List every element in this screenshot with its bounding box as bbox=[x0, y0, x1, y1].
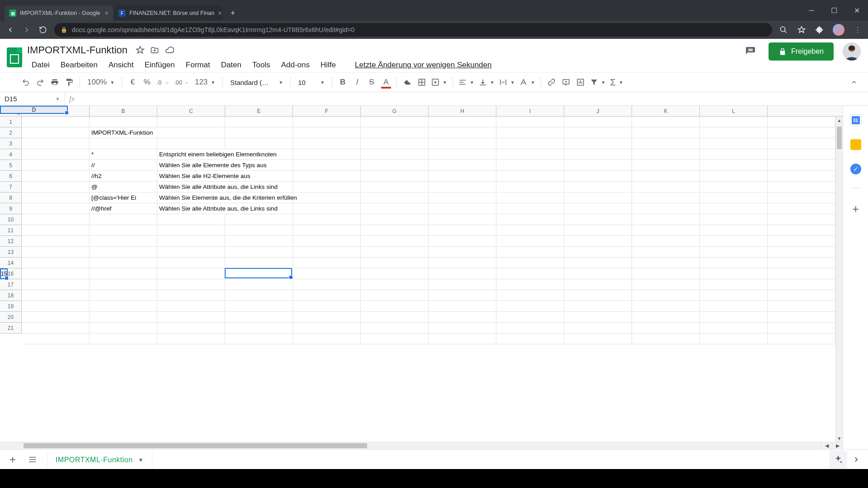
column-header-D[interactable]: D bbox=[0, 106, 68, 114]
cell-E1[interactable] bbox=[293, 117, 361, 127]
chevron-down-icon[interactable]: ▼ bbox=[138, 457, 144, 463]
close-window-button[interactable]: ✕ bbox=[845, 0, 868, 21]
maximize-button[interactable]: ☐ bbox=[823, 0, 845, 21]
document-title[interactable]: IMPORTXML-Funktion bbox=[27, 44, 127, 56]
cell-K10[interactable] bbox=[700, 214, 768, 225]
cell-B9[interactable]: //@href bbox=[90, 203, 157, 214]
cell-C5[interactable]: Wählen Sie alle Elemente des Typs aus bbox=[157, 160, 225, 171]
cell-F3[interactable] bbox=[361, 138, 429, 149]
cell-B8[interactable]: [@class='Hier Ei bbox=[90, 192, 157, 203]
cell-G18[interactable] bbox=[429, 301, 496, 312]
scroll-right-icon[interactable]: ▶ bbox=[832, 442, 843, 449]
paint-format-button[interactable] bbox=[62, 75, 76, 89]
cell-G15[interactable] bbox=[429, 268, 496, 279]
column-header-F[interactable]: F bbox=[293, 106, 361, 116]
cell-A17[interactable] bbox=[22, 290, 90, 301]
cell-L14[interactable] bbox=[768, 258, 835, 268]
cell-F7[interactable] bbox=[361, 182, 429, 192]
cell-K21[interactable] bbox=[700, 333, 768, 344]
text-color-button[interactable]: A bbox=[379, 75, 393, 89]
cell-J14[interactable] bbox=[632, 258, 700, 268]
insert-comment-button[interactable] bbox=[559, 75, 573, 89]
font-select[interactable]: Standard (…▼ bbox=[226, 75, 287, 89]
cell-J20[interactable] bbox=[632, 323, 700, 333]
cell-I2[interactable] bbox=[564, 127, 632, 138]
cell-I11[interactable] bbox=[564, 225, 632, 236]
cell-A12[interactable] bbox=[22, 236, 90, 247]
cell-G14[interactable] bbox=[429, 258, 496, 268]
cell-C12[interactable] bbox=[157, 236, 225, 247]
cell-A5[interactable] bbox=[22, 160, 90, 171]
cell-E20[interactable] bbox=[293, 323, 361, 333]
cell-B15[interactable] bbox=[90, 268, 157, 279]
cell-I8[interactable] bbox=[564, 192, 632, 203]
cell-J6[interactable] bbox=[632, 171, 700, 182]
cell-H14[interactable] bbox=[496, 258, 564, 268]
horizontal-align-button[interactable]: ▼ bbox=[457, 75, 476, 89]
cell-A10[interactable] bbox=[22, 214, 90, 225]
cell-K3[interactable] bbox=[700, 138, 768, 149]
cell-E10[interactable] bbox=[293, 214, 361, 225]
cell-G7[interactable] bbox=[429, 182, 496, 192]
cell-K19[interactable] bbox=[700, 312, 768, 323]
cell-J1[interactable] bbox=[632, 117, 700, 127]
cell-J15[interactable] bbox=[632, 268, 700, 279]
cell-H13[interactable] bbox=[496, 247, 564, 258]
tasks-addon-icon[interactable]: ✓ bbox=[850, 164, 861, 174]
cell-J2[interactable] bbox=[632, 127, 700, 138]
cell-I12[interactable] bbox=[564, 236, 632, 247]
cell-K15[interactable] bbox=[700, 268, 768, 279]
cell-D16[interactable] bbox=[225, 279, 293, 290]
reload-button[interactable] bbox=[38, 26, 48, 34]
menu-bearbeiten[interactable]: Bearbeiten bbox=[56, 59, 102, 71]
cell-J10[interactable] bbox=[632, 214, 700, 225]
cell-L2[interactable] bbox=[768, 127, 835, 138]
cell-L10[interactable] bbox=[768, 214, 835, 225]
move-icon[interactable] bbox=[150, 46, 159, 55]
row-header-15[interactable]: 15 bbox=[0, 268, 8, 279]
cell-D11[interactable] bbox=[225, 225, 293, 236]
cell-C19[interactable] bbox=[157, 312, 225, 323]
cell-E2[interactable] bbox=[293, 127, 361, 138]
cell-H17[interactable] bbox=[496, 290, 564, 301]
zoom-icon[interactable] bbox=[778, 26, 788, 34]
cell-D1[interactable] bbox=[225, 117, 293, 127]
last-edit-link[interactable]: Letzte Änderung vor wenigen Sekunden bbox=[350, 59, 496, 71]
cell-F18[interactable] bbox=[361, 301, 429, 312]
column-header-I[interactable]: I bbox=[496, 106, 564, 116]
column-header-G[interactable]: G bbox=[361, 106, 429, 116]
share-button[interactable]: Freigeben bbox=[769, 42, 834, 61]
cell-E3[interactable] bbox=[293, 138, 361, 149]
cell-I20[interactable] bbox=[564, 323, 632, 333]
close-icon[interactable]: × bbox=[105, 9, 108, 17]
cell-B10[interactable] bbox=[90, 214, 157, 225]
cell-I4[interactable] bbox=[564, 149, 632, 160]
cell-C9[interactable]: Wählen Sie alle Attribute aus, die Links… bbox=[157, 203, 225, 214]
cell-I1[interactable] bbox=[564, 117, 632, 127]
row-header-9[interactable]: 9 bbox=[0, 203, 22, 214]
row-header-13[interactable]: 13 bbox=[0, 247, 22, 258]
cell-G17[interactable] bbox=[429, 290, 496, 301]
cell-H15[interactable] bbox=[496, 268, 564, 279]
cell-B11[interactable] bbox=[90, 225, 157, 236]
cell-J11[interactable] bbox=[632, 225, 700, 236]
cell-D12[interactable] bbox=[225, 236, 293, 247]
url-field[interactable]: 🔒 docs.google.com/spreadsheets/d/1dgAe1Z… bbox=[54, 23, 772, 37]
cell-E11[interactable] bbox=[293, 225, 361, 236]
cell-L13[interactable] bbox=[768, 247, 835, 258]
cell-H6[interactable] bbox=[496, 171, 564, 182]
cell-F20[interactable] bbox=[361, 323, 429, 333]
cell-E7[interactable] bbox=[293, 182, 361, 192]
cell-B18[interactable] bbox=[90, 301, 157, 312]
cell-E18[interactable] bbox=[293, 301, 361, 312]
cell-F9[interactable] bbox=[361, 203, 429, 214]
minimize-button[interactable]: ─ bbox=[800, 0, 823, 21]
forward-button[interactable] bbox=[22, 26, 32, 34]
comments-button[interactable] bbox=[741, 42, 760, 61]
cell-L9[interactable] bbox=[768, 203, 835, 214]
cell-G10[interactable] bbox=[429, 214, 496, 225]
cell-E19[interactable] bbox=[293, 312, 361, 323]
merge-cells-button[interactable]: ▼ bbox=[429, 75, 449, 89]
cell-J9[interactable] bbox=[632, 203, 700, 214]
cell-J17[interactable] bbox=[632, 290, 700, 301]
